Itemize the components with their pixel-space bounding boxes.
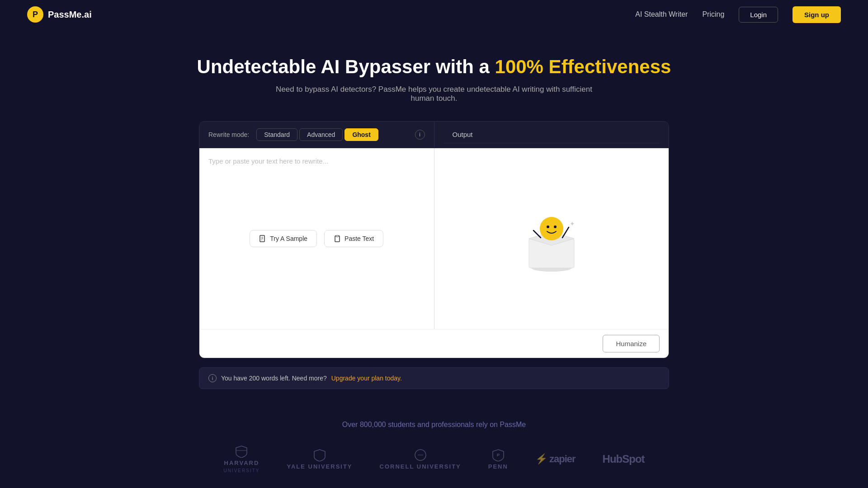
logo-text: PassMe.ai: [48, 9, 92, 20]
hero-section: Undetectable AI Bypasser with a 100% Eff…: [0, 29, 868, 121]
harvard-shield-icon: [235, 445, 248, 458]
yale-name: Yale University: [287, 463, 352, 470]
output-label: Output: [443, 126, 660, 143]
panels-header: Rewrite mode: Standard Advanced Ghost i …: [199, 122, 669, 148]
svg-text:P: P: [497, 453, 500, 457]
mode-tab-ghost[interactable]: Ghost: [344, 128, 378, 141]
logo-icon: P: [27, 6, 43, 23]
svg-point-15: [554, 225, 557, 228]
input-panel-header: Rewrite mode: Standard Advanced Ghost i: [199, 122, 434, 148]
harvard-logo: HARVARD UNIVERSITY: [223, 445, 259, 473]
login-button[interactable]: Login: [739, 7, 778, 23]
output-panel-header: Output: [434, 122, 669, 148]
tool-panels: Try A Sample Paste Text: [199, 148, 669, 329]
rewrite-mode-label: Rewrite mode:: [208, 131, 249, 138]
social-proof-headline: Over 800,000 students and professionals …: [0, 421, 868, 429]
cornell-name: Cornell University: [380, 463, 461, 470]
svg-text:P: P: [33, 10, 38, 19]
info-circle-icon: i: [208, 374, 217, 382]
hero-subtitle: Need to bypass AI detectors? PassMe help…: [276, 85, 592, 103]
logos-row: HARVARD UNIVERSITY Yale University Corne…: [0, 445, 868, 473]
humanize-button[interactable]: Humanize: [603, 335, 660, 352]
harvard-name: HARVARD: [224, 460, 259, 466]
yale-logo: Yale University: [287, 449, 352, 470]
mode-tab-advanced[interactable]: Advanced: [299, 128, 343, 141]
nav-link-ai-stealth-writer[interactable]: AI Stealth Writer: [635, 10, 688, 19]
mode-tabs: Standard Advanced Ghost: [256, 128, 378, 141]
yale-shield-icon: [313, 449, 326, 461]
tool-container: Rewrite mode: Standard Advanced Ghost i …: [199, 121, 669, 358]
penn-shield-icon: P: [492, 449, 505, 461]
tool-footer: Humanize: [199, 329, 669, 358]
svg-point-13: [540, 217, 563, 240]
nav-right: AI Stealth Writer Pricing Login Sign up: [635, 6, 841, 23]
words-banner: i You have 200 words left. Need more? Up…: [199, 367, 669, 389]
social-proof-section: Over 800,000 students and professionals …: [0, 412, 868, 488]
input-actions: Try A Sample Paste Text: [241, 221, 392, 256]
info-icon[interactable]: i: [415, 130, 425, 140]
mascot-illustration: ✦: [515, 202, 588, 275]
try-sample-button[interactable]: Try A Sample: [250, 230, 317, 247]
zapier-logo: ⚡ zapier: [535, 453, 576, 465]
output-panel: ✦: [434, 148, 669, 329]
harvard-subtitle: UNIVERSITY: [223, 468, 259, 473]
svg-point-14: [547, 225, 549, 228]
input-panel: Try A Sample Paste Text: [199, 148, 434, 329]
upgrade-link[interactable]: Upgrade your plan today.: [331, 375, 402, 382]
mode-tab-standard[interactable]: Standard: [256, 128, 297, 141]
logo[interactable]: P PassMe.ai: [27, 6, 92, 23]
words-left-text: You have 200 words left. Need more?: [221, 375, 327, 382]
paste-text-button[interactable]: Paste Text: [324, 230, 383, 247]
clipboard-icon: [334, 235, 341, 242]
cornell-shield-icon: [414, 449, 427, 461]
cornell-logo: Cornell University: [380, 449, 461, 470]
penn-name: PENN: [488, 463, 508, 470]
svg-rect-7: [336, 235, 339, 237]
signup-button[interactable]: Sign up: [793, 6, 841, 23]
navbar: P PassMe.ai AI Stealth Writer Pricing Lo…: [0, 0, 868, 29]
mascot-container: ✦: [434, 148, 669, 329]
nav-link-pricing[interactable]: Pricing: [702, 10, 724, 19]
svg-text:✦: ✦: [570, 220, 575, 227]
hero-title: Undetectable AI Bypasser with a 100% Eff…: [9, 56, 859, 78]
penn-logo: P PENN: [488, 449, 508, 470]
hubspot-logo: HubSpot: [603, 453, 645, 465]
document-icon: [259, 235, 266, 242]
